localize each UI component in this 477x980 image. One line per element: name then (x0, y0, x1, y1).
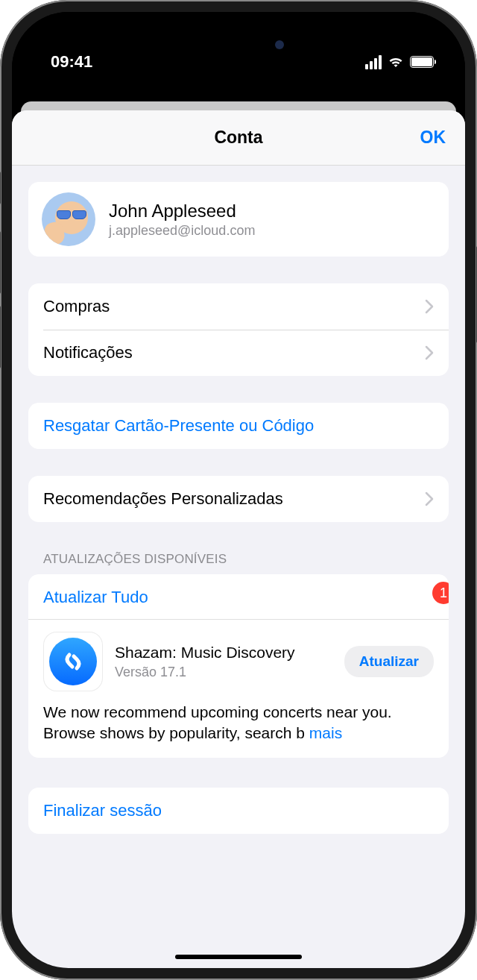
volume-up-button (0, 231, 1, 294)
front-camera (275, 40, 284, 49)
volume-down-button (0, 306, 1, 368)
chevron-right-icon (425, 345, 434, 360)
personalized-row[interactable]: Recomendações Personalizadas (28, 476, 449, 522)
status-icons (365, 55, 434, 69)
personalized-card: Recomendações Personalizadas (28, 476, 449, 522)
redeem-card: Resgatar Cartão-Presente ou Código (28, 403, 449, 449)
purchases-label: Compras (43, 297, 110, 316)
account-sheet: Conta OK John Appleseed j.appleseed@iclo… (12, 110, 465, 968)
notifications-row[interactable]: Notificações (28, 330, 449, 376)
screen: 09:41 Conta (12, 12, 465, 968)
signout-card: Finalizar sessão (28, 788, 449, 834)
profile-row[interactable]: John Appleseed j.appleseed@icloud.com (28, 182, 449, 257)
app-version: Versão 17.1 (115, 665, 332, 680)
more-link[interactable]: mais (305, 724, 342, 741)
dynamic-island (183, 30, 294, 60)
updates-card: 1 Atualizar Tudo (28, 574, 449, 758)
status-time: 09:41 (51, 52, 92, 72)
battery-icon (410, 56, 434, 68)
update-count-badge: 1 (432, 582, 449, 604)
profile-email: j.appleseed@icloud.com (109, 223, 255, 239)
update-all-label: Atualizar Tudo (43, 588, 148, 607)
shazam-app-icon (43, 632, 103, 691)
avatar (42, 192, 95, 246)
chevron-right-icon (425, 299, 434, 314)
purchases-row[interactable]: Compras (28, 283, 449, 330)
chevron-right-icon (425, 491, 434, 506)
home-indicator[interactable] (175, 955, 302, 959)
sheet-content[interactable]: John Appleseed j.appleseed@icloud.com Co… (12, 166, 465, 968)
app-update-row[interactable]: Shazam: Music Discovery Versão 17.1 Atua… (28, 620, 449, 758)
release-notes: We now recommend upcoming concerts near … (43, 702, 434, 744)
wifi-icon (388, 56, 404, 68)
app-name: Shazam: Music Discovery (115, 643, 332, 662)
mute-switch (0, 172, 1, 204)
profile-info: John Appleseed j.appleseed@icloud.com (109, 201, 255, 239)
app-meta: Shazam: Music Discovery Versão 17.1 (115, 643, 332, 679)
notifications-label: Notificações (43, 343, 133, 362)
sheet-header: Conta OK (12, 110, 465, 166)
update-button[interactable]: Atualizar (344, 646, 434, 677)
settings-list: Compras Notificações (28, 283, 449, 376)
update-all-button[interactable]: Atualizar Tudo (28, 574, 449, 620)
updates-section-header: ATUALIZAÇÕES DISPONÍVEIS (28, 552, 449, 574)
signout-button[interactable]: Finalizar sessão (28, 788, 449, 834)
profile-name: John Appleseed (109, 201, 255, 222)
personalized-label: Recomendações Personalizadas (43, 489, 283, 509)
redeem-button[interactable]: Resgatar Cartão-Presente ou Código (28, 403, 449, 449)
sheet-title: Conta (214, 128, 262, 148)
phone-frame: 09:41 Conta (0, 0, 477, 980)
ok-button[interactable]: OK (420, 128, 446, 148)
cellular-signal-icon (365, 55, 382, 69)
